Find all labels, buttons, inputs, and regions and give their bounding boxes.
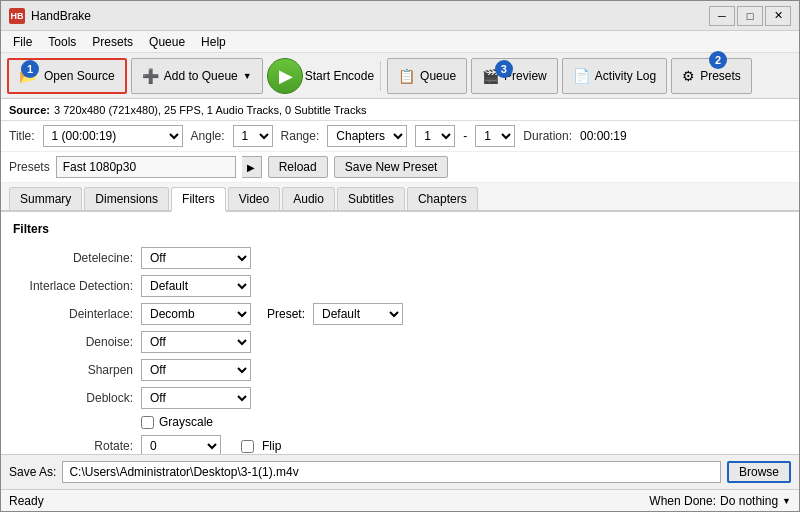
- interlace-detection-row: Interlace Detection: DefaultOffCustom: [13, 272, 787, 300]
- app-icon: HB: [9, 8, 25, 24]
- main-content: Source: 3 720x480 (721x480), 25 FPS, 1 A…: [1, 99, 799, 454]
- deinterlace-select[interactable]: DecombYadifOff: [141, 303, 251, 325]
- deinterlace-row: Deinterlace: DecombYadifOff Preset: Defa…: [13, 300, 787, 328]
- title-bar-left: HB HandBrake: [9, 8, 91, 24]
- log-icon: 📄: [573, 68, 590, 84]
- presets-label: Presets: [9, 160, 50, 174]
- close-button[interactable]: ✕: [765, 6, 791, 26]
- sharpen-row: Sharpen OffUnsharpLapsharp: [13, 356, 787, 384]
- tabs-bar: Summary Dimensions Filters Video Audio S…: [1, 183, 799, 212]
- sharpen-select[interactable]: OffUnsharpLapsharp: [141, 359, 251, 381]
- presets-icon: ⚙: [682, 68, 695, 84]
- presets-row: Presets ▶ Reload Save New Preset: [1, 152, 799, 183]
- menu-file[interactable]: File: [5, 33, 40, 51]
- maximize-button[interactable]: □: [737, 6, 763, 26]
- start-encode-button[interactable]: ▶: [267, 58, 303, 94]
- deinterlace-preset-label: Preset:: [267, 307, 305, 321]
- preset-input[interactable]: [56, 156, 236, 178]
- preview-button[interactable]: 🎬 Preview: [471, 58, 558, 94]
- duration-label: Duration:: [523, 129, 572, 143]
- denoise-select[interactable]: OffNLMeansHQDN3D: [141, 331, 251, 353]
- sharpen-label: Sharpen: [13, 363, 133, 377]
- play-icon: ▶: [279, 65, 293, 87]
- badge-3: 3: [495, 60, 513, 78]
- filters-panel: Filters Detelecine: OffDefaultCustom Int…: [1, 212, 799, 454]
- start-encode-label: Start Encode: [305, 69, 374, 83]
- detelecine-select[interactable]: OffDefaultCustom: [141, 247, 251, 269]
- source-value: 3 720x480 (721x480), 25 FPS, 1 Audio Tra…: [54, 104, 366, 116]
- flip-label: Flip: [262, 439, 281, 453]
- range-from-select[interactable]: 1: [415, 125, 455, 147]
- main-window: HB HandBrake ─ □ ✕ File Tools Presets Qu…: [0, 0, 800, 512]
- app-title: HandBrake: [31, 9, 91, 23]
- ready-label: Ready: [9, 494, 44, 508]
- rotate-row: Rotate: 090180270 Flip: [13, 432, 787, 454]
- greyscale-label: Grayscale: [159, 415, 213, 429]
- menu-presets[interactable]: Presets: [84, 33, 141, 51]
- title-label: Title:: [9, 129, 35, 143]
- tab-video[interactable]: Video: [228, 187, 280, 210]
- menu-queue[interactable]: Queue: [141, 33, 193, 51]
- minimize-button[interactable]: ─: [709, 6, 735, 26]
- add-to-queue-button[interactable]: ➕ Add to Queue ▼: [131, 58, 263, 94]
- presets-toolbar-label: Presets: [700, 69, 741, 83]
- interlace-label: Interlace Detection:: [13, 279, 133, 293]
- save-row: Save As: Browse: [9, 461, 791, 483]
- badge-1: 1: [21, 60, 39, 78]
- tab-filters[interactable]: Filters: [171, 187, 226, 212]
- dropdown-arrow-icon: ▼: [243, 71, 252, 81]
- activity-log-button[interactable]: 📄 Activity Log: [562, 58, 667, 94]
- detelecine-label: Detelecine:: [13, 251, 133, 265]
- reload-button[interactable]: Reload: [268, 156, 328, 178]
- deinterlace-preset-select[interactable]: DefaultBobCustom: [313, 303, 403, 325]
- greyscale-checkbox[interactable]: [141, 416, 154, 429]
- range-type-select[interactable]: Chapters: [327, 125, 407, 147]
- deblock-label: Deblock:: [13, 391, 133, 405]
- rotate-select[interactable]: 090180270: [141, 435, 221, 454]
- title-row: Title: 1 (00:00:19) Angle: 1 Range: Chap…: [1, 121, 799, 152]
- detelecine-row: Detelecine: OffDefaultCustom: [13, 244, 787, 272]
- save-path-input[interactable]: [62, 461, 721, 483]
- rotate-label: Rotate:: [13, 439, 133, 453]
- save-as-label: Save As:: [9, 465, 56, 479]
- denoise-row: Denoise: OffNLMeansHQDN3D: [13, 328, 787, 356]
- menu-tools[interactable]: Tools: [40, 33, 84, 51]
- add-queue-icon: ➕: [142, 68, 159, 84]
- open-source-label: Open Source: [44, 69, 115, 83]
- menu-help[interactable]: Help: [193, 33, 234, 51]
- badge-2: 2: [709, 51, 727, 69]
- denoise-label: Denoise:: [13, 335, 133, 349]
- flip-checkbox[interactable]: [241, 440, 254, 453]
- tab-audio[interactable]: Audio: [282, 187, 335, 210]
- toolbar: 1 📂 Open Source ➕ Add to Queue ▼ 3 ▶ Sta…: [1, 53, 799, 99]
- greyscale-row: Grayscale: [13, 415, 787, 429]
- title-select[interactable]: 1 (00:00:19): [43, 125, 183, 147]
- deblock-select[interactable]: OffDefaultCustom: [141, 387, 251, 409]
- when-done[interactable]: When Done: Do nothing ▼: [649, 494, 791, 508]
- toolbar-separator: [380, 61, 381, 91]
- tab-chapters[interactable]: Chapters: [407, 187, 478, 210]
- activity-log-label: Activity Log: [595, 69, 656, 83]
- range-to-select[interactable]: 1: [475, 125, 515, 147]
- angle-select[interactable]: 1: [233, 125, 273, 147]
- save-new-preset-button[interactable]: Save New Preset: [334, 156, 449, 178]
- source-label: Source:: [9, 104, 50, 116]
- angle-label: Angle:: [191, 129, 225, 143]
- queue-button[interactable]: 📋 Queue: [387, 58, 467, 94]
- preset-arrow-button[interactable]: ▶: [242, 156, 262, 178]
- interlace-select[interactable]: DefaultOffCustom: [141, 275, 251, 297]
- tab-summary[interactable]: Summary: [9, 187, 82, 210]
- range-dash: -: [463, 129, 467, 143]
- duration-value: 00:00:19: [580, 129, 627, 143]
- menu-bar: File Tools Presets Queue Help: [1, 31, 799, 53]
- tab-dimensions[interactable]: Dimensions: [84, 187, 169, 210]
- filters-title: Filters: [13, 222, 787, 236]
- when-done-label: When Done:: [649, 494, 716, 508]
- window-controls: ─ □ ✕: [709, 6, 791, 26]
- when-done-arrow-icon: ▼: [782, 496, 791, 506]
- deinterlace-label: Deinterlace:: [13, 307, 133, 321]
- browse-button[interactable]: Browse: [727, 461, 791, 483]
- tab-subtitles[interactable]: Subtitles: [337, 187, 405, 210]
- queue-icon: 📋: [398, 68, 415, 84]
- status-bar: Ready When Done: Do nothing ▼: [1, 489, 799, 511]
